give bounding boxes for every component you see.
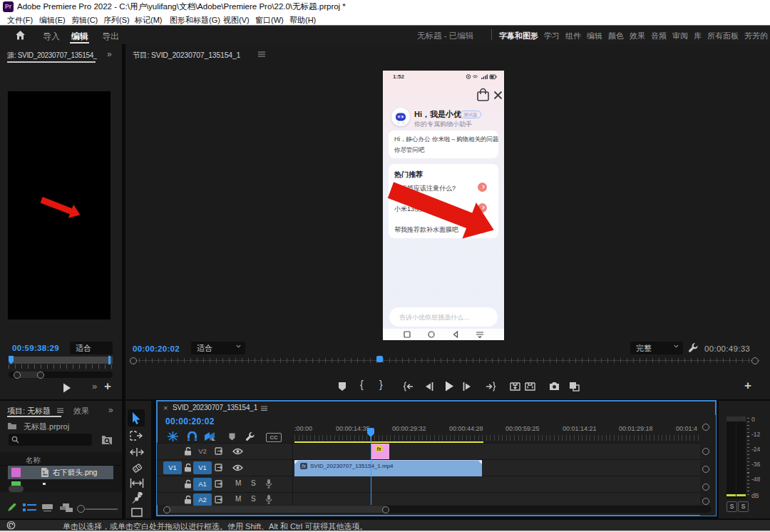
step-back-button[interactable] (424, 382, 434, 392)
ripple-edit-tool[interactable] (130, 447, 144, 457)
menu-graphics[interactable]: 图形和标题(G) (170, 15, 220, 26)
v2-lock-icon[interactable] (184, 446, 192, 456)
meter-solo-right-button[interactable]: S (738, 501, 749, 512)
task-export[interactable]: 导出 (102, 31, 119, 43)
workspace-color[interactable]: 颜色 (608, 31, 624, 41)
workspace-learning[interactable]: 学习 (544, 31, 560, 41)
program-video-frame[interactable]: 1:52 Hi，我是小优 测试版 你的专属购物小助手 Hi，静心办公 你 (383, 71, 504, 340)
column-header-name[interactable]: 名称 (26, 456, 41, 466)
program-scrubber-right-handle[interactable] (751, 357, 759, 364)
a1-target-button[interactable]: A1 (193, 478, 212, 491)
timeline-vscroll-knob-v1[interactable] (702, 466, 709, 473)
menu-edit[interactable]: 编辑(E) (39, 15, 66, 26)
clip-v1-video[interactable]: fx SVID_20230707_135154_1.mp4 (294, 460, 482, 476)
v2-toggle-output-eye-icon[interactable] (232, 448, 243, 455)
mark-in-button[interactable]: { (360, 379, 364, 390)
nest-insert-icon[interactable] (168, 431, 178, 441)
a2-lock-icon[interactable] (184, 495, 192, 504)
project-panel-menu-icon[interactable] (57, 408, 63, 414)
project-search-input[interactable] (9, 434, 92, 446)
timeline-hscroll-thumb[interactable] (164, 506, 387, 513)
nav-hide-icon[interactable] (476, 331, 484, 338)
timeline-vscroll-knob-ruler[interactable] (702, 424, 709, 431)
selection-tool[interactable] (131, 412, 142, 424)
comparison-view-button[interactable] (569, 382, 580, 392)
v2-target-button[interactable]: V2 (193, 445, 212, 458)
timeline-settings-wrench-icon[interactable] (245, 431, 255, 441)
timeline-vscroll-knob-v2[interactable] (702, 448, 709, 455)
workspace-audio[interactable]: 音频 (651, 31, 667, 41)
timeline-vscroll-knob-a1[interactable] (702, 484, 709, 491)
workspace-review[interactable]: 审阅 (672, 31, 688, 41)
source-zoom-handle-left[interactable] (14, 372, 21, 379)
menu-clip[interactable]: 剪辑(C) (71, 15, 98, 26)
program-resolution-select[interactable]: 完整 (630, 342, 683, 354)
clip-v2-arrow-png[interactable]: fx (371, 444, 389, 459)
phone-shop-bag-icon[interactable] (476, 88, 490, 102)
program-zoom-select[interactable]: 适合 (191, 342, 245, 354)
program-monitor-tab[interactable]: 节目: SVID_20230707_135154_1 (133, 51, 240, 61)
menu-file[interactable]: 文件(F) (7, 15, 33, 26)
item-name[interactable]: 右下箭头.png (53, 468, 97, 478)
go-to-out-button[interactable] (486, 382, 496, 392)
source-monitor-tab[interactable]: 源: SVID_20230707_135154_ (7, 51, 97, 61)
bin-name[interactable]: 无标题.prproj (24, 421, 69, 432)
lift-button[interactable] (510, 382, 520, 392)
a2-voiceover-mic-icon[interactable] (265, 494, 272, 504)
v1-sync-lock-icon[interactable] (215, 463, 225, 472)
nav-back-icon[interactable] (452, 331, 459, 338)
go-to-in-button[interactable] (403, 382, 414, 392)
zoom-slider-handle[interactable] (77, 505, 85, 513)
workspace-all-panels[interactable]: 所有面板 (707, 31, 739, 41)
workspace-editing[interactable]: 编辑 (587, 31, 602, 41)
source-more-controls-icon[interactable]: » (92, 381, 96, 392)
source-zoom-select[interactable]: 适合 (70, 342, 113, 354)
menu-view[interactable]: 视图(V) (223, 15, 250, 26)
a2-mute-button[interactable]: M (235, 495, 241, 503)
program-timecode[interactable]: 00:00:20:02 (133, 344, 180, 353)
playhead-grip[interactable] (367, 428, 374, 434)
list-view-button[interactable] (23, 503, 36, 512)
source-patch-v1[interactable]: V1 (163, 461, 182, 474)
linked-selection-icon[interactable] (204, 431, 216, 441)
timeline-ruler[interactable]: :00:00 00:00:14:35 00:00:29:32 00:00:44:… (294, 425, 700, 442)
captions-cc-icon[interactable]: CC (266, 433, 282, 442)
v1-toggle-output-eye-icon[interactable] (232, 464, 243, 471)
source-play-button[interactable] (61, 382, 72, 394)
a2-target-button[interactable]: A2 (193, 493, 212, 506)
find-in-bin-icon[interactable] (101, 434, 113, 445)
phone-chat-input[interactable]: 告诉小优你想挑选什么… (389, 307, 498, 327)
play-button[interactable] (443, 380, 455, 392)
slip-tool[interactable] (130, 479, 144, 488)
program-settings-wrench-icon[interactable] (688, 342, 699, 353)
track-select-forward-tool[interactable] (130, 431, 144, 441)
timeline-vscroll-knob-a2[interactable] (702, 498, 709, 505)
freeform-view-button[interactable] (60, 503, 73, 512)
source-button-editor-icon[interactable]: + (104, 379, 111, 394)
workspace-assembly[interactable]: 组件 (565, 31, 581, 41)
workspace-captions-graphics[interactable]: 字幕和图形 (499, 31, 538, 41)
step-forward-button[interactable] (462, 382, 472, 392)
menu-markers[interactable]: 标记(M) (135, 15, 163, 26)
icon-view-button[interactable] (42, 504, 53, 511)
add-marker-button[interactable] (337, 382, 347, 392)
program-panel-menu-icon[interactable] (258, 51, 265, 58)
timeline-panel-menu-icon[interactable] (261, 406, 267, 411)
list-scrollbar-thumb[interactable] (9, 486, 24, 492)
timeline-hscroll-handle-left[interactable] (163, 506, 170, 513)
v2-sync-lock-icon[interactable] (215, 446, 225, 456)
task-import[interactable]: 导入 (43, 31, 60, 43)
project-tab[interactable]: 项目: 无标题 (7, 406, 51, 416)
a2-solo-button[interactable]: S (251, 495, 256, 503)
timeline-marker-icon[interactable] (228, 433, 236, 441)
project-writable-icon[interactable] (6, 502, 17, 513)
nav-recents-icon[interactable] (404, 331, 411, 338)
task-edit[interactable]: 编辑 (71, 31, 88, 43)
home-icon[interactable] (14, 29, 26, 41)
workspace-effects[interactable]: 效果 (630, 31, 645, 41)
snap-magnet-icon[interactable] (187, 431, 197, 441)
timeline-tab-close-icon[interactable]: × (163, 404, 168, 412)
effects-tab[interactable]: 效果 (73, 406, 89, 416)
source-timecode[interactable]: 00:59:38:29 (12, 344, 59, 352)
pen-tool[interactable] (131, 492, 143, 504)
